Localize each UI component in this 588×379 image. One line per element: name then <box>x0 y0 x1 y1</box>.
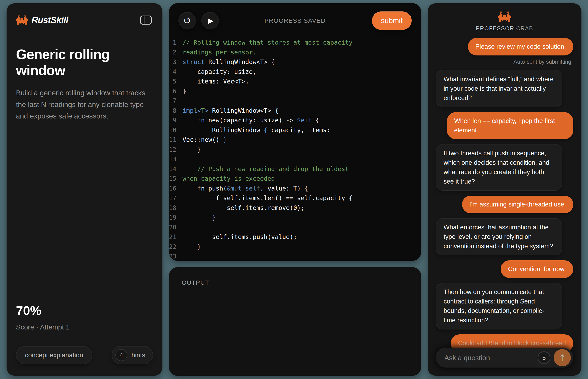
professor-message-bubble: Then how do you communicate that contrac… <box>436 283 562 330</box>
line-number: 10 <box>169 125 183 135</box>
chat-messages: Please review my code solution.Auto-sent… <box>436 38 573 352</box>
code-line: 7 <box>169 96 421 106</box>
code-line: 20 <box>169 222 421 232</box>
line-content: if self.items.len() == self.capacity { <box>183 193 421 203</box>
submit-button[interactable]: submit <box>372 12 412 30</box>
professor-message-bubble: What enforces that assumption at the typ… <box>436 218 562 255</box>
chat-message: If two threads call push in sequence, wh… <box>436 144 573 191</box>
line-content <box>183 222 421 232</box>
line-number: 3 <box>169 57 183 67</box>
line-content: when capacity is exceeded <box>183 174 421 184</box>
send-button[interactable]: ↑ <box>554 349 571 366</box>
panel-layout-icon <box>140 15 152 25</box>
user-message-bubble: Convention, for now. <box>501 260 573 278</box>
hints-label: hints <box>131 351 145 359</box>
code-line: 8impl<T> RollingWindow<T> { <box>169 106 421 116</box>
line-content: fn new(capacity: usize) -> Self { <box>183 115 421 125</box>
code-editor-panel: ↺ ▶ PROGRESS SAVED submit 1// Rolling wi… <box>169 3 421 261</box>
line-content: items: Vec<T>, <box>183 77 421 86</box>
chat-title: PROFESSOR CRAB <box>476 25 533 32</box>
code-line: 14 // Push a new reading and drop the ol… <box>169 164 421 174</box>
line-content: struct RollingWindow<T> { <box>183 57 421 67</box>
editor-toolbar: ↺ ▶ PROGRESS SAVED submit <box>169 3 421 30</box>
professor-message-bubble: If two threads call push in sequence, wh… <box>436 144 562 191</box>
code-line: 11Vec::new() } <box>169 135 421 145</box>
chat-message: I’m assuming single-threaded use. <box>436 196 573 213</box>
line-number: 8 <box>169 106 183 116</box>
hints-button[interactable]: 4 hints <box>112 346 153 364</box>
code-line: 1// Rolling window that stores at most c… <box>169 38 421 47</box>
line-number: 1 <box>169 38 183 47</box>
rustskill-crab-logo-icon <box>16 15 28 25</box>
line-number: 12 <box>169 145 183 155</box>
chat-message: What invariant defines “full,” and where… <box>436 70 573 107</box>
challenge-title: Generic rolling window <box>16 46 153 78</box>
line-content <box>183 252 421 261</box>
line-number: 15 <box>169 174 183 184</box>
editor-column: ↺ ▶ PROGRESS SAVED submit 1// Rolling wi… <box>169 3 421 376</box>
arrow-up-icon: ↑ <box>558 353 566 363</box>
ask-question-bar[interactable]: Ask a question 5 ↑ <box>436 348 573 367</box>
line-number: 13 <box>169 154 183 164</box>
code-line: 2readings per sensor. <box>169 47 421 57</box>
code-line: 4 capacity: usize, <box>169 67 421 77</box>
brand-name: RustSkill <box>31 15 68 25</box>
code-line: 5 items: Vec<T>, <box>169 77 421 86</box>
code-area[interactable]: 1// Rolling window that stores at most c… <box>169 38 421 261</box>
line-number: 4 <box>169 67 183 77</box>
line-number: 18 <box>169 203 183 213</box>
line-content: } <box>183 242 421 252</box>
code-line: 10 RollingWindow { capacity, items: <box>169 125 421 135</box>
line-number: 17 <box>169 193 183 203</box>
line-content: } <box>183 213 421 222</box>
professor-message-bubble: What invariant defines “full,” and where… <box>436 70 562 107</box>
line-number: 21 <box>169 232 183 242</box>
line-number: 2 <box>169 47 183 57</box>
line-content <box>183 96 421 106</box>
ask-question-input[interactable]: Ask a question <box>444 354 538 362</box>
line-content: } <box>183 145 421 155</box>
line-number: 16 <box>169 184 183 193</box>
code-line: 6} <box>169 86 421 96</box>
chat-title-secondary: CRAB <box>516 25 533 32</box>
line-content <box>183 154 421 164</box>
line-number: 9 <box>169 115 183 125</box>
chat-panel: PROFESSOR CRAB Please review my code sol… <box>428 3 581 376</box>
code-line: 19 } <box>169 213 421 222</box>
code-line: 22 } <box>169 242 421 252</box>
code-line: 18 self.items.remove(0); <box>169 203 421 213</box>
line-content: // Push a new reading and drop the oldes… <box>183 164 421 174</box>
line-content: // Rolling window that stores at most ca… <box>183 38 421 47</box>
hints-count-badge: 4 <box>115 349 127 361</box>
chat-message: Please review my code solution.Auto-sent… <box>436 38 573 65</box>
score-caption: Score · Attempt 1 <box>16 323 153 331</box>
chat-title-primary: PROFESSOR <box>476 25 514 32</box>
user-message-bubble: I’m assuming single-threaded use. <box>462 196 573 213</box>
output-label: OUTPUT <box>169 267 421 298</box>
chat-message: Then how do you communicate that contrac… <box>436 283 573 330</box>
code-line: 23 <box>169 252 421 261</box>
score-value: 70% <box>16 303 153 318</box>
line-content: Vec::new() } <box>183 135 421 145</box>
sidebar-toggle-button[interactable] <box>139 14 153 26</box>
professor-crab-avatar-icon <box>498 12 511 22</box>
line-number: 7 <box>169 96 183 106</box>
line-content: fn push(&mut self, value: T) { <box>183 184 421 193</box>
line-content: capacity: usize, <box>183 67 421 77</box>
line-content: self.items.remove(0); <box>183 203 421 213</box>
code-line: 3struct RollingWindow<T> { <box>169 57 421 67</box>
left-panel-header: RustSkill <box>16 14 153 26</box>
code-line: 13 <box>169 154 421 164</box>
left-panel-actions: concept explanation 4 hints <box>16 346 153 364</box>
chat-header: PROFESSOR CRAB <box>436 12 573 32</box>
line-content: RollingWindow { capacity, items: <box>183 125 421 135</box>
line-number: 11 <box>169 135 183 145</box>
message-caption: Auto-sent by submitting <box>513 59 571 65</box>
line-content: readings per sensor. <box>183 47 421 57</box>
concept-explanation-button[interactable]: concept explanation <box>16 346 92 364</box>
line-content: self.items.push(value); <box>183 232 421 242</box>
line-number: 23 <box>169 252 183 261</box>
chat-message: Convention, for now. <box>436 260 573 278</box>
questions-remaining-badge: 5 <box>538 351 550 364</box>
output-panel: OUTPUT <box>169 267 421 376</box>
